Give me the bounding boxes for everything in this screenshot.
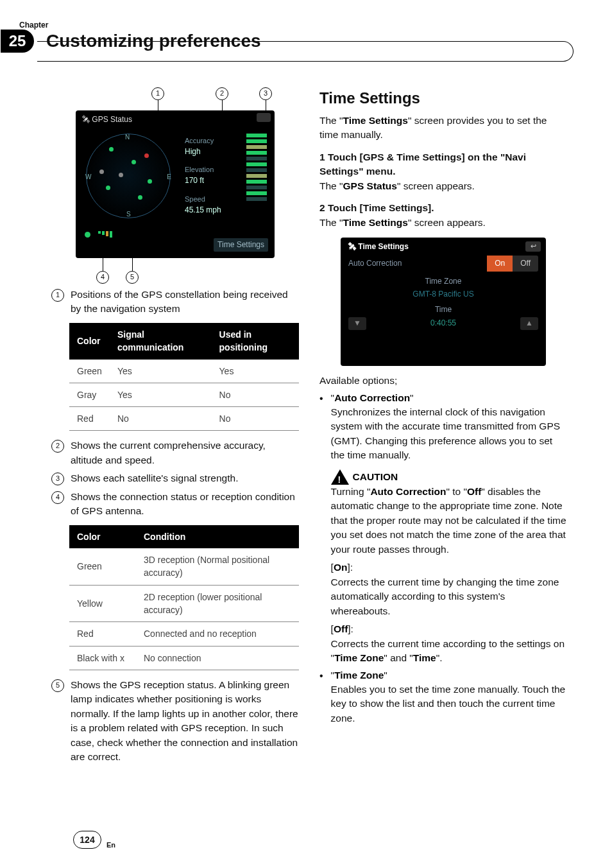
timezone-heading: "Time Zone"	[331, 668, 567, 682]
caution-label: CAUTION	[353, 470, 398, 484]
page-number: 124	[73, 831, 101, 849]
table-row: GrayYesNo	[69, 383, 299, 406]
step-1-head: 1 Touch [GPS & Time Settings] on the "Na…	[319, 150, 567, 179]
auto-correction-toggle: On Off	[487, 256, 538, 272]
gps-title: 🛰 GPS Status	[82, 114, 132, 125]
table-row: GreenYesYes	[69, 360, 299, 383]
language-code: En	[106, 841, 115, 849]
auto-correction-heading: "Auto Correction"	[331, 391, 567, 405]
left-column: 1 2 3 🛰 GPS Status N E	[51, 87, 299, 765]
compass-w: W	[85, 173, 91, 182]
condition-color-table: Color Condition Green3D reception (Norma…	[69, 525, 299, 670]
toggle-on: On	[487, 256, 513, 272]
caution-body: Turning "Auto Correction" to "Off" disab…	[331, 485, 567, 557]
callout-5-marker: 5	[126, 271, 139, 284]
right-column: Time Settings The "Time Settings" screen…	[319, 87, 567, 765]
chapter-number-badge: 25	[1, 30, 34, 53]
gps-bottom-indicators	[85, 231, 112, 238]
time-settings-link: Time Settings	[214, 238, 268, 252]
section-intro: The "Time Settings" screen provides you …	[319, 114, 567, 143]
options-intro: Available options;	[319, 374, 567, 388]
signal-color-table: Color Signal communication Used in posit…	[69, 323, 299, 431]
item-5-marker: 5	[51, 679, 64, 692]
callout-1-marker: 1	[151, 87, 164, 100]
table-row: Green3D reception (Normal positional acc…	[69, 548, 299, 585]
back-icon	[257, 113, 271, 122]
timezone-value: GMT-8 Pacific US	[348, 289, 538, 300]
back-icon: ↩	[525, 241, 541, 252]
table-row: RedConnected and no reception	[69, 622, 299, 646]
step-2-body: The "Time Settings" screen appears.	[319, 216, 567, 230]
table-row: RedNoNo	[69, 407, 299, 431]
caution-icon	[331, 469, 349, 485]
chapter-label: Chapter	[19, 21, 48, 30]
table-row: Yellow2D reception (lower positional acc…	[69, 585, 299, 622]
off-option-body: Corrects the current time according to t…	[331, 637, 567, 666]
item-3-marker: 3	[51, 473, 64, 485]
toggle-off: Off	[513, 256, 538, 272]
time-settings-screenshot: 🛰 Time Settings ↩ Auto Correction On Off…	[341, 238, 546, 366]
time-value: 0:40:55	[430, 318, 456, 329]
item-1-text: Positions of the GPS constellation being…	[71, 288, 299, 317]
bullet-icon: •	[319, 668, 323, 726]
time-down-icon: ▼	[348, 317, 366, 330]
section-heading: Time Settings	[319, 87, 567, 110]
page: Chapter 25 Customizing preferences 1 2 3	[0, 0, 612, 868]
table-row: Black with xNo connection	[69, 646, 299, 670]
item-2-marker: 2	[51, 440, 64, 453]
timezone-label: Time Zone	[348, 276, 538, 287]
bullet-icon: •	[319, 391, 323, 666]
auto-correction-label: Auto Correction	[348, 258, 402, 269]
step-2-head: 2 Touch [Time Settings].	[319, 201, 567, 215]
off-option-label: [Off]:	[331, 622, 567, 636]
timezone-body: Enables you to set the time zone manuall…	[331, 682, 567, 725]
ts-title: 🛰 Time Settings	[348, 241, 409, 252]
gps-lamp-icon	[85, 232, 90, 238]
item-1-marker: 1	[51, 289, 64, 302]
gps-stats: AccuracyHigh Elevation170 ft Speed45.15 …	[185, 136, 242, 217]
callout-2-marker: 2	[216, 87, 228, 100]
compass-e: E	[167, 173, 171, 182]
time-up-icon: ▲	[520, 317, 538, 330]
item-2-text: Shows the current comprehensive accuracy…	[71, 438, 299, 467]
item-3-text: Shows each satellite's signal strength.	[71, 471, 238, 485]
compass-s: S	[126, 210, 131, 220]
item-4-marker: 4	[51, 491, 64, 504]
compass-n: N	[125, 133, 130, 143]
callout-3-marker: 3	[259, 87, 272, 100]
item-5-text: Shows the GPS reception status. A blinki…	[71, 678, 299, 765]
signal-bars	[246, 134, 267, 223]
auto-correction-body: Synchronizes the internal clock of this …	[331, 405, 567, 463]
callout-4-marker: 4	[96, 271, 109, 284]
gps-status-screenshot: 🛰 GPS Status N E S W Accu	[76, 110, 275, 258]
item-4-text: Shows the connection status or reception…	[71, 490, 299, 519]
chapter-title: Customizing preferences	[46, 31, 261, 51]
time-label: Time	[348, 304, 538, 315]
on-option-body: Corrects the current time by changing th…	[331, 575, 567, 618]
on-option-label: [On]:	[331, 560, 567, 575]
satellite-sky-plot: N E S W	[86, 134, 171, 218]
step-1-body: The "GPS Status" screen appears.	[319, 179, 567, 193]
